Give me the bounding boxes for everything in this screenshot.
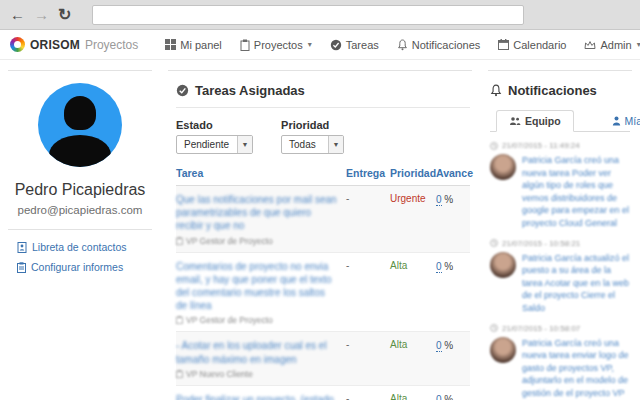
nav-admin[interactable]: Admin ▾ — [575, 30, 640, 60]
task-row: Que las notificaciones por mail sean par… — [176, 186, 470, 253]
prioridad-select[interactable]: Todas ▼ — [281, 135, 344, 154]
tab-label: Mías — [625, 115, 640, 127]
profile-name: Pedro Picapiedras — [0, 181, 160, 199]
crown-icon — [584, 40, 596, 50]
task-entrega: - — [346, 339, 390, 350]
task-prioridad: Urgente — [390, 193, 436, 204]
bell-icon — [397, 39, 408, 51]
task-title-link[interactable]: Poder finalizar un proyecto, (estado act… — [176, 394, 334, 400]
panel-title-text: Tareas Asignadas — [195, 83, 305, 98]
chevron-down-icon: ▾ — [308, 40, 312, 49]
tab-equipo[interactable]: Equipo — [496, 110, 574, 132]
select-arrow-icon: ▼ — [237, 136, 252, 153]
prioridad-label: Prioridad — [281, 119, 344, 131]
divider — [8, 229, 152, 230]
column-prioridad[interactable]: Prioridad — [390, 167, 436, 179]
notification-item: 21/07/2015 - 11:49:24 Patricia García cr… — [490, 141, 630, 230]
task-prioridad: Alta — [390, 260, 436, 271]
project-icon — [176, 370, 183, 378]
divider — [176, 107, 470, 108]
brand-name: ORISOM — [30, 38, 80, 52]
profile-email: pedro@picapiedras.com — [0, 204, 160, 216]
task-avance: 0 % — [436, 193, 470, 205]
link-configurar-informes[interactable]: Configurar informes — [17, 261, 160, 273]
nav-mi-panel[interactable]: Mi panel — [156, 30, 231, 60]
link-label: Libreta de contactos — [32, 241, 127, 253]
nav-notificaciones[interactable]: Notificaciones — [388, 30, 489, 60]
prioridad-value: Todas — [282, 136, 328, 153]
browser-back-button[interactable]: ← — [10, 7, 25, 22]
estado-value: Pendiente — [177, 136, 237, 153]
tab-mias[interactable]: Mías — [600, 111, 640, 131]
app-navbar: ORISOMProyectos Mi panel Proyectos ▾ Tar… — [0, 30, 640, 60]
divider — [488, 70, 632, 71]
notification-text-link[interactable]: Patricia García actualizó el puesto a su… — [522, 252, 630, 315]
notification-item: 21/07/2015 - 10:58:07 Patricia García cr… — [490, 324, 630, 400]
task-avance: 0 % — [436, 393, 470, 400]
notifications-tabs: Equipo Mías — [490, 110, 630, 132]
browser-forward-button[interactable]: → — [34, 7, 49, 22]
link-libreta-contactos[interactable]: Libreta de contactos — [17, 241, 160, 253]
address-book-icon — [17, 242, 27, 253]
task-project: VP Gestor de Proyecto — [176, 236, 338, 246]
nav-label: Tareas — [346, 39, 379, 51]
profile-sidebar: Pedro Picapiedras pedro@picapiedras.com … — [0, 60, 160, 400]
tasks-circle-icon — [330, 39, 342, 51]
tasks-circle-icon — [176, 84, 189, 97]
task-title-link[interactable]: Comentarios de proyecto no envia email, … — [176, 261, 332, 312]
report-icon — [17, 262, 26, 273]
task-entrega: - — [346, 193, 390, 204]
column-avance[interactable]: Avance — [436, 167, 470, 179]
brand-suffix: Proyectos — [85, 38, 138, 52]
link-label: Configurar informes — [31, 261, 123, 273]
nav-label: Mi panel — [180, 39, 222, 51]
notification-meta: 21/07/2015 - 10:58:21 — [490, 239, 630, 248]
column-tarea[interactable]: Tarea — [176, 167, 346, 179]
clock-icon — [490, 239, 498, 247]
notification-avatar — [490, 337, 516, 363]
task-entrega: - — [346, 260, 390, 271]
task-entrega: - — [346, 393, 390, 400]
tasks-table-header: Tarea Entrega Prioridad Avance — [176, 167, 470, 186]
nav-proyectos[interactable]: Proyectos ▾ — [231, 30, 321, 60]
nav-calendario[interactable]: Calendario — [489, 30, 575, 60]
notification-avatar — [490, 154, 516, 180]
browser-reload-button[interactable]: ↻ — [58, 7, 71, 23]
task-title-link[interactable]: - Acotar en los uploader cual es el tama… — [176, 340, 327, 364]
estado-label: Estado — [176, 119, 253, 131]
clock-icon — [490, 324, 498, 332]
nav-label: Calendario — [513, 39, 566, 51]
task-row: - Acotar en los uploader cual es el tama… — [176, 332, 470, 385]
notifications-panel: Notificaciones Equipo Mías 21/07/2015 - … — [480, 60, 640, 400]
chevron-down-icon: ▾ — [637, 40, 640, 49]
select-arrow-icon: ▼ — [328, 136, 343, 153]
people-icon — [509, 116, 521, 126]
notification-item: 21/07/2015 - 10:58:21 Patricia García ac… — [490, 239, 630, 315]
column-entrega[interactable]: Entrega — [346, 167, 390, 179]
person-icon — [612, 116, 621, 126]
task-row: Comentarios de proyecto no envia email, … — [176, 253, 470, 333]
notification-text-link[interactable]: Patricia García creó una nueva tarea env… — [522, 337, 630, 400]
clock-icon — [490, 142, 498, 150]
task-title-link[interactable]: Que las notificaciones por mail sean par… — [176, 194, 337, 231]
tasks-panel-title: Tareas Asignadas — [176, 83, 470, 98]
grid-icon — [165, 39, 176, 50]
clipboard-icon — [240, 39, 250, 51]
bell-icon — [490, 84, 502, 97]
task-project: VP Gestor de Proyecto — [176, 315, 338, 325]
project-icon — [176, 316, 183, 324]
nav-label: Admin — [600, 39, 631, 51]
tab-label: Equipo — [525, 115, 561, 127]
estado-select[interactable]: Pendiente ▼ — [176, 135, 253, 154]
nav-label: Proyectos — [254, 39, 303, 51]
browser-address-bar[interactable] — [92, 5, 524, 25]
task-avance: 0 % — [436, 339, 470, 351]
notification-avatar — [490, 252, 516, 278]
calendar-icon — [498, 39, 509, 50]
nav-tareas[interactable]: Tareas — [321, 30, 388, 60]
nav-label: Notificaciones — [412, 39, 480, 51]
brand-logo-home[interactable]: ORISOMProyectos — [10, 37, 138, 52]
notification-text-link[interactable]: Patricia García creó una nueva tarea Pod… — [522, 154, 630, 230]
notification-meta: 21/07/2015 - 10:58:07 — [490, 324, 630, 333]
project-icon — [176, 237, 183, 245]
